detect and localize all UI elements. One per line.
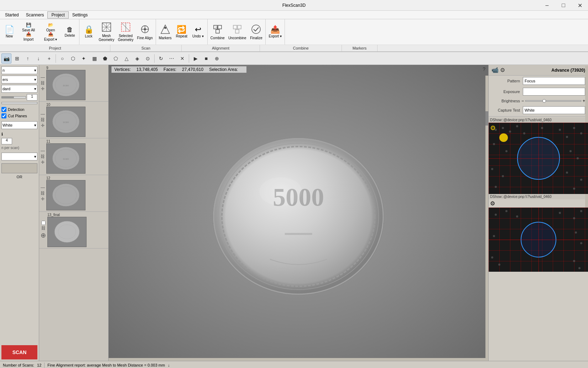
svg-point-32: [52, 184, 79, 206]
scan-9-controls: — ⛓ ✛: [41, 75, 45, 91]
number-row-2: 4: [1, 138, 37, 144]
play-button[interactable]: ▶: [191, 53, 201, 63]
brightness-slider[interactable]: [525, 100, 581, 102]
svg-point-64: [580, 179, 582, 181]
video-icon[interactable]: 📹: [491, 67, 499, 73]
svg-point-48: [502, 127, 504, 129]
help-button[interactable]: ?: [483, 66, 485, 72]
fine-align-button[interactable]: Fine Align: [136, 23, 154, 41]
tool1-button[interactable]: ⬟: [100, 53, 110, 63]
slider-1[interactable]: [1, 96, 26, 98]
brightness-plus[interactable]: +: [583, 98, 585, 103]
select-circle-button[interactable]: ○: [57, 53, 67, 63]
camera-view-button[interactable]: 📷: [1, 53, 11, 63]
menu-settings[interactable]: Settings: [69, 12, 91, 18]
points-mode-button[interactable]: ⋯: [167, 53, 177, 63]
select-grid-button[interactable]: ▦: [89, 53, 99, 63]
brightness-minus[interactable]: −: [521, 98, 524, 103]
export-markers-button[interactable]: 📤 Export ▾: [267, 23, 283, 41]
tool4-button[interactable]: ◈: [132, 53, 142, 63]
viewport-scrollbar-h[interactable]: [109, 358, 485, 361]
scan-item-9[interactable]: — ⛓ ✛ 9 scan: [39, 65, 108, 102]
markers-icon: [160, 24, 170, 35]
toolbar-group-project: 📄 New 💾 Save All 📥 Import 📂: [0, 19, 79, 45]
tool2-button[interactable]: ⬠: [111, 53, 121, 63]
slider-2[interactable]: [1, 102, 37, 104]
scan-item-13-final[interactable]: ⛓ ⊕ 13_final: [39, 212, 108, 249]
rotate-button[interactable]: ↻: [156, 53, 166, 63]
menu-project[interactable]: Project: [47, 11, 68, 19]
new-button[interactable]: 📄 New: [1, 23, 17, 41]
pattern-value[interactable]: Focus: [523, 77, 585, 85]
stop-button[interactable]: ■: [201, 53, 211, 63]
gear-overlay-1[interactable]: ⚙: [490, 124, 496, 132]
svg-point-62: [502, 175, 504, 177]
select-hex-button[interactable]: ⬡: [68, 53, 78, 63]
sort-asc-button[interactable]: ↑: [23, 53, 33, 63]
svg-point-58: [505, 150, 508, 152]
statusbar: Number of Scans: 12 Fine Alignment repor…: [0, 361, 588, 368]
dropdown-5[interactable]: ▾: [1, 153, 37, 160]
scan-button[interactable]: SCAN: [1, 345, 37, 359]
undo-label: Undo ▾: [192, 34, 204, 38]
exposure-value[interactable]: [523, 88, 585, 96]
markers-button[interactable]: Markers: [157, 23, 173, 41]
tool5-button[interactable]: ⊙: [143, 53, 153, 63]
dropdown-n[interactable]: n ▾: [1, 66, 37, 74]
finalize-button[interactable]: Finalize: [248, 23, 264, 41]
3d-viewport[interactable]: Vertices: 13,748,405 Faces: 27,470,610 S…: [109, 65, 488, 361]
menu-scanners[interactable]: Scanners: [22, 12, 48, 18]
mesh-geometry-button[interactable]: MeshGeometry: [97, 23, 116, 41]
erase-button[interactable]: ✕: [177, 53, 187, 63]
maximize-button[interactable]: □: [555, 0, 572, 11]
svg-point-35: [54, 221, 79, 242]
repeat-button[interactable]: 🔁 Repeat: [174, 23, 189, 41]
scan-item-12[interactable]: — ⛓ ✛ 12: [39, 175, 108, 212]
scan-item-11[interactable]: — ⛓ ✛ 11 scan: [39, 138, 108, 175]
number-field-2[interactable]: 4: [1, 138, 12, 144]
select-star-button[interactable]: ✦: [79, 53, 89, 63]
scan-13-number: 13_final: [47, 213, 87, 217]
sort-desc-button[interactable]: ↓: [33, 53, 43, 63]
combine-button[interactable]: Combine: [209, 23, 226, 41]
selected-geometry-button[interactable]: SelectedGeometry: [116, 23, 135, 41]
dropdown-ers[interactable]: ers ▾: [1, 76, 37, 83]
info-row: ℹ: [1, 132, 37, 137]
svg-point-70: [559, 212, 561, 214]
faces-value: 27,470,610: [182, 67, 203, 72]
open-button[interactable]: 📂 Open: [40, 23, 61, 32]
settings-icon[interactable]: ⚙: [500, 67, 505, 73]
scan-list-inner[interactable]: — ⛓ ✛ 9 scan: [39, 65, 108, 361]
plus-view-button[interactable]: ⊕: [212, 53, 222, 63]
undo-button[interactable]: ↩ Undo ▾: [190, 23, 206, 41]
dropdown-white[interactable]: White ▾: [1, 121, 37, 129]
tool3-button[interactable]: △: [121, 53, 131, 63]
lock-button[interactable]: 🔒 Lock: [81, 23, 97, 41]
scan-13-checkbox[interactable]: [41, 221, 46, 225]
gear-icon-2[interactable]: ⚙: [490, 200, 495, 207]
dropdown-dard[interactable]: dard ▾: [1, 85, 37, 93]
delete-button[interactable]: 🗑 Delete: [62, 23, 78, 41]
process-button[interactable]: [1, 163, 37, 173]
save-all-button[interactable]: 💾 Save All: [18, 23, 39, 32]
brightness-label: Brightness: [491, 99, 520, 103]
add-button[interactable]: +: [44, 53, 54, 63]
svg-text:scan: scan: [63, 84, 69, 87]
svg-point-63: [566, 172, 568, 174]
export-button[interactable]: 📤 Export ▾: [40, 32, 61, 41]
svg-marker-12: [161, 25, 170, 34]
scan-item-10[interactable]: — ⛓ ✛ 10 scan: [39, 102, 108, 138]
grid-layout-button[interactable]: ⊞: [12, 53, 22, 63]
cut-planes-checkbox[interactable]: [1, 113, 6, 118]
uncombine-button[interactable]: Uncombine: [227, 23, 248, 41]
dshow-label-2: DShow::@device:pnp:\\?\usb\vid_0460: [489, 194, 588, 199]
minimize-button[interactable]: –: [539, 0, 555, 11]
viewport-scrollbar-v[interactable]: [485, 76, 488, 361]
import-button[interactable]: 📥 Import: [18, 32, 39, 41]
menu-started[interactable]: Started: [1, 12, 22, 18]
scan-9-check-icon: —: [41, 75, 45, 80]
capture-test-value[interactable]: White: [523, 106, 585, 114]
number-field-1[interactable]: 1: [27, 94, 37, 101]
detection-checkbox[interactable]: [1, 107, 6, 112]
close-button[interactable]: ✕: [572, 0, 588, 11]
